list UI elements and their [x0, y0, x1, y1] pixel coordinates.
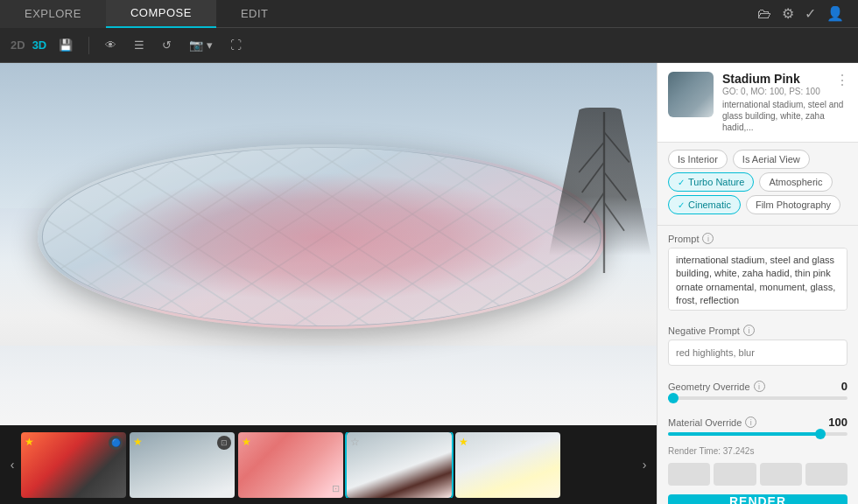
- save-icon[interactable]: 💾: [53, 35, 78, 55]
- prompt-section: Prompt i international stadium, steel an…: [658, 226, 858, 321]
- tag-is-aerial-view[interactable]: Is Aerial View: [733, 150, 810, 169]
- settings-icon[interactable]: ⚙: [782, 5, 794, 22]
- star-icon-4[interactable]: ☆: [350, 436, 360, 448]
- mode-2d-button[interactable]: 2D: [11, 38, 25, 52]
- material-override-slider[interactable]: [668, 432, 847, 436]
- action-btn-2[interactable]: [714, 463, 756, 486]
- neg-prompt-input[interactable]: [668, 340, 847, 366]
- model-menu-button[interactable]: ⋮: [835, 72, 849, 88]
- tags-row-1: Is Interior Is Aerial View: [668, 150, 847, 169]
- model-info: Stadium Pink GO: 0, MO: 100, PS: 100 int…: [722, 72, 847, 133]
- tag-turbo-nature[interactable]: ✓ Turbo Nature: [668, 172, 754, 192]
- material-override-fill: [668, 432, 820, 436]
- star-icon-3[interactable]: ★: [242, 436, 251, 448]
- thumbnails-container: ★ 🔵 ★ ⊡ ★ ⊡ ☆: [21, 432, 636, 498]
- check-icon[interactable]: ✓: [805, 5, 816, 22]
- camera-icon[interactable]: 📷 ▾: [184, 35, 218, 55]
- thumbnail-1[interactable]: ★ 🔵: [21, 432, 126, 498]
- geometry-override-slider[interactable]: [668, 396, 847, 400]
- model-name: Stadium Pink: [722, 72, 847, 86]
- list-icon[interactable]: ☰: [129, 35, 150, 55]
- folder-icon[interactable]: 🗁: [757, 6, 771, 22]
- material-override-section: Material Override i 100: [658, 409, 858, 444]
- nav-icons: 🗁 ⚙ ✓ 👤: [757, 5, 858, 22]
- svg-line-7: [582, 163, 604, 193]
- thumbnail-2[interactable]: ★ ⊡: [130, 432, 235, 498]
- neg-prompt-info-icon[interactable]: i: [743, 325, 755, 336]
- thumbnails-strip: ‹ ★ 🔵 ★ ⊡ ★ ⊡: [0, 425, 657, 504]
- tag-cinematic[interactable]: ✓ Cinematic: [668, 195, 741, 214]
- copy-icon-3[interactable]: ⊡: [332, 483, 340, 494]
- tab-compose[interactable]: COMPOSE: [106, 0, 216, 28]
- svg-line-10: [604, 203, 624, 231]
- geometry-override-thumb[interactable]: [668, 393, 679, 403]
- action-btn-1[interactable]: [668, 463, 710, 486]
- material-override-thumb[interactable]: [815, 429, 826, 439]
- refresh-icon[interactable]: ↺: [157, 35, 177, 55]
- material-override-label: Material Override i: [668, 416, 756, 428]
- star-icon-5[interactable]: ★: [459, 436, 468, 448]
- expand-icon[interactable]: ⛶: [225, 35, 247, 55]
- svg-line-9: [584, 192, 604, 223]
- thumbnail-5[interactable]: ★: [455, 432, 560, 498]
- prompt-label: Prompt i: [668, 233, 847, 244]
- tags-row-2: ✓ Turbo Nature Atmospheric: [668, 172, 847, 192]
- star-icon-1[interactable]: ★: [25, 436, 34, 448]
- action-btn-4[interactable]: [805, 463, 847, 486]
- svg-line-6: [604, 132, 629, 163]
- neg-prompt-label: Negative Prompt i: [668, 325, 847, 336]
- top-nav: EXPLORE COMPOSE EDIT 🗁 ⚙ ✓ 👤: [0, 0, 858, 28]
- geometry-override-info-icon[interactable]: i: [754, 381, 765, 392]
- divider-1: [88, 37, 89, 54]
- tag-film-photography[interactable]: Film Photography: [746, 195, 840, 214]
- action-btn-3[interactable]: [760, 463, 802, 486]
- right-panel: Stadium Pink GO: 0, MO: 100, PS: 100 int…: [657, 63, 858, 504]
- model-description: international stadium, steel and glass b…: [722, 99, 847, 133]
- svg-line-8: [604, 172, 626, 200]
- check-icon-turbo: ✓: [678, 178, 685, 187]
- prompt-input[interactable]: international stadium, steel and glass b…: [668, 248, 847, 311]
- star-icon-2[interactable]: ★: [133, 436, 143, 448]
- badge-1: 🔵: [109, 436, 123, 450]
- tag-atmospheric[interactable]: Atmospheric: [759, 172, 832, 192]
- tab-explore[interactable]: EXPLORE: [0, 0, 106, 28]
- user-icon[interactable]: 👤: [826, 5, 844, 22]
- thumbnail-4[interactable]: ☆: [347, 432, 452, 498]
- neg-prompt-section: Negative Prompt i: [658, 321, 858, 373]
- material-override-row: Material Override i 100: [668, 416, 847, 429]
- material-override-info-icon[interactable]: i: [745, 416, 756, 428]
- next-thumbnail-button[interactable]: ›: [636, 425, 653, 504]
- action-buttons-row: [658, 459, 858, 489]
- tab-edit[interactable]: EDIT: [216, 0, 293, 28]
- geometry-override-row: Geometry Override i 0: [668, 380, 847, 393]
- model-thumbnail: [668, 72, 714, 117]
- mode-3d-button[interactable]: 3D: [32, 38, 47, 52]
- main-content: ‹ ★ 🔵 ★ ⊡ ★ ⊡: [0, 63, 858, 504]
- eye-icon[interactable]: 👁: [100, 35, 122, 55]
- prompt-info-icon[interactable]: i: [702, 233, 714, 244]
- render-button[interactable]: RENDER: [668, 494, 847, 504]
- tag-is-interior[interactable]: Is Interior: [668, 150, 728, 169]
- geometry-override-section: Geometry Override i 0: [658, 373, 858, 409]
- geometry-override-label: Geometry Override i: [668, 381, 765, 392]
- toolbar: 2D 3D 💾 👁 ☰ ↺ 📷 ▾ ⛶: [0, 28, 858, 63]
- badge-2: ⊡: [217, 436, 231, 450]
- canvas-image[interactable]: [0, 63, 657, 425]
- render-time: Render Time: 37.242s: [658, 444, 858, 459]
- geometry-override-value: 0: [841, 380, 847, 393]
- tags-section: Is Interior Is Aerial View ✓ Turbo Natur…: [658, 143, 858, 226]
- prev-thumbnail-button[interactable]: ‹: [4, 425, 21, 504]
- check-icon-cinematic: ✓: [678, 200, 685, 210]
- material-override-value: 100: [828, 416, 847, 429]
- canvas-area: ‹ ★ 🔵 ★ ⊡ ★ ⊡: [0, 63, 657, 504]
- thumbnail-3[interactable]: ★ ⊡: [238, 432, 343, 498]
- model-meta: GO: 0, MO: 100, PS: 100: [722, 87, 847, 96]
- model-card: Stadium Pink GO: 0, MO: 100, PS: 100 int…: [658, 63, 858, 143]
- tags-row-3: ✓ Cinematic Film Photography: [668, 195, 847, 214]
